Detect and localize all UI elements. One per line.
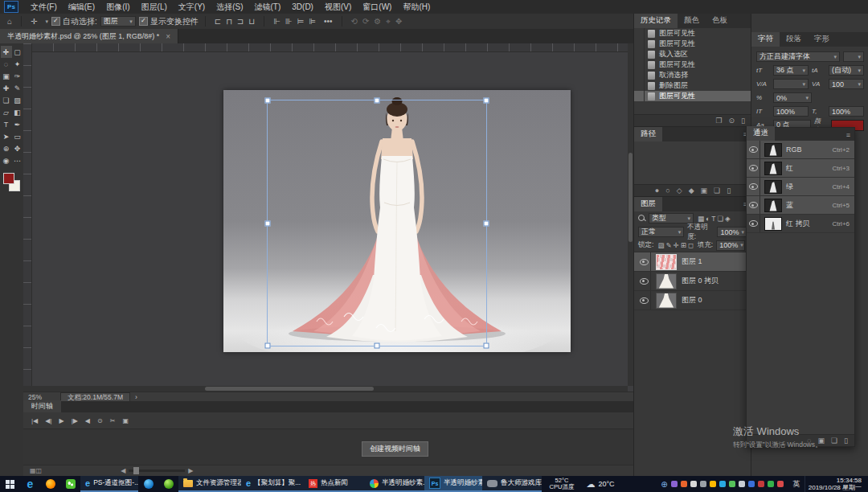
wechat-taskbar-icon[interactable]	[60, 476, 80, 492]
playback-control-icon[interactable]: ▶	[59, 417, 63, 424]
panel-menu-icon[interactable]: ≡	[846, 131, 850, 139]
path-action-icon[interactable]: ●	[655, 187, 659, 195]
layer-name[interactable]: 图层 0	[682, 295, 702, 305]
history-action-icon[interactable]: ❐	[715, 117, 722, 125]
document-tab[interactable]: 半透明婚纱素材.psd @ 25% (图层 1, RGB/8#) * ×	[0, 29, 178, 43]
visibility-toggle[interactable]	[747, 215, 760, 232]
tray-icon[interactable]	[777, 481, 784, 487]
menu-item[interactable]: 图层(L)	[136, 2, 173, 11]
tab-channels[interactable]: 通道	[747, 126, 775, 141]
history-source-well[interactable]	[634, 70, 645, 80]
lock-icon[interactable]: ✎	[665, 241, 672, 249]
healing-brush-tool[interactable]: ✚	[1, 82, 12, 94]
fill-dropdown[interactable]: 100%▾	[716, 240, 745, 251]
edge-taskbar-icon[interactable]: e	[20, 476, 40, 492]
clone-stamp-tool[interactable]: ❏	[1, 94, 12, 106]
layer-thumbnail[interactable]	[656, 254, 677, 270]
visibility-toggle[interactable]	[637, 252, 651, 271]
tray-icon[interactable]	[719, 481, 726, 487]
channel-row[interactable]: 红 Ctrl+3	[747, 159, 854, 178]
history-entry[interactable]: 图层可见性	[634, 28, 751, 39]
history-action-icon[interactable]: ▯	[741, 117, 745, 125]
foreground-color-swatch[interactable]	[3, 173, 14, 184]
timeline-footer-icon[interactable]: ◫	[36, 467, 43, 474]
create-video-timeline-button[interactable]: 创建视频时间轴	[362, 441, 428, 457]
panel-tab[interactable]: 字符	[751, 32, 780, 47]
transform-handle[interactable]	[375, 343, 380, 349]
network-globe-icon[interactable]: ⊕	[661, 480, 667, 489]
history-entry[interactable]: 载入选区	[634, 49, 751, 59]
path-action-icon[interactable]: ▣	[701, 187, 708, 195]
menu-item[interactable]: 帮助(H)	[397, 2, 436, 11]
layer-row[interactable]: 图层 0 拷贝	[634, 272, 751, 291]
vertical-scrollbar[interactable]	[628, 43, 633, 386]
visibility-toggle[interactable]	[747, 159, 760, 177]
history-source-well[interactable]	[634, 28, 645, 39]
horizontal-scrollbar[interactable]	[23, 386, 628, 392]
layer-filter-icon[interactable]: ▦	[697, 215, 705, 223]
playback-control-icon[interactable]: ◀	[85, 417, 90, 424]
path-action-icon[interactable]: ◇	[677, 187, 682, 195]
channel-row[interactable]: RGB Ctrl+2	[747, 141, 854, 159]
clock[interactable]: 15:34:58 2019/10/28 星期一	[805, 476, 868, 492]
menu-item[interactable]: 文字(Y)	[173, 2, 211, 11]
timeline-footer-icon[interactable]: ▦	[30, 467, 36, 474]
history-entry[interactable]: 取消选择	[634, 70, 751, 80]
transform-handle[interactable]	[484, 98, 489, 104]
playback-control-icon[interactable]: |▶	[72, 417, 78, 424]
panel-tab[interactable]: 颜色	[678, 14, 706, 28]
menu-item[interactable]: 文件(F)	[25, 2, 63, 11]
eraser-tool[interactable]: ▱	[1, 106, 12, 118]
scrollbar-thumb[interactable]	[628, 153, 633, 242]
firefox-taskbar-icon[interactable]	[40, 476, 60, 492]
leading-dropdown[interactable]: (自动)▾	[829, 65, 864, 76]
menu-item[interactable]: 图像(I)	[100, 2, 135, 11]
more-options-icon[interactable]: •••	[321, 17, 335, 26]
brush-tool[interactable]: ✎	[12, 82, 23, 94]
history-source-well[interactable]	[634, 91, 645, 101]
show-transform-checkbox[interactable]: ✓ 显示变换控件	[139, 16, 199, 27]
path-action-icon[interactable]: ○	[665, 187, 669, 195]
zoom-tool[interactable]: ◉	[1, 154, 12, 166]
layer-row[interactable]: 图层 0	[634, 291, 751, 310]
playback-control-icon[interactable]: ⊙	[97, 417, 103, 424]
spacing-dropdown[interactable]: 0%▾	[773, 92, 812, 103]
transform-handle[interactable]	[265, 220, 271, 226]
playback-control-icon[interactable]: ▣	[122, 417, 129, 424]
transform-handle[interactable]	[265, 343, 271, 349]
playback-control-icon[interactable]: ✂	[110, 417, 116, 424]
path-action-icon[interactable]: ◆	[689, 187, 694, 195]
edit-toolbar-button[interactable]: ⋯	[12, 154, 23, 166]
path-action-icon[interactable]: ❏	[714, 187, 720, 195]
taskbar-window-juhuasuan[interactable]: e 【聚划算】聚...	[241, 476, 304, 492]
type-tool[interactable]: T	[1, 118, 12, 130]
channel-action-icon[interactable]: ▯	[844, 437, 848, 445]
layer-row[interactable]: 图层 1	[634, 252, 751, 272]
menu-item[interactable]: 选择(S)	[211, 2, 248, 11]
align-icon[interactable]: ⊐	[235, 17, 246, 26]
channel-action-icon[interactable]: ◌	[807, 437, 811, 445]
layer-filter-icon[interactable]: ❏	[716, 215, 724, 223]
auto-select-target-dropdown[interactable]: 图层▾	[100, 16, 136, 27]
transform-bounding-box[interactable]	[267, 100, 487, 346]
lock-icon[interactable]: ◻	[687, 241, 694, 249]
timeline-zoom-slider[interactable]: ◀ ▶	[121, 467, 193, 474]
opacity-dropdown[interactable]: 100%▾	[717, 227, 747, 237]
blend-mode-dropdown[interactable]: 正常▾	[638, 227, 684, 237]
align-icon[interactable]: ⊏	[212, 17, 223, 26]
panel-tab[interactable]: 历史记录	[634, 14, 678, 28]
panel-tab[interactable]: 色板	[706, 14, 734, 28]
distribute-icon[interactable]: ⊨	[295, 17, 307, 26]
kerning-dropdown[interactable]: ▾	[773, 79, 809, 89]
channel-action-icon[interactable]: ▣	[817, 437, 825, 445]
gradient-tool[interactable]: ◧	[12, 106, 23, 118]
security-green-taskbar-icon[interactable]	[158, 476, 178, 492]
weather-widget[interactable]: ☁ 20°C	[582, 476, 619, 492]
tray-icon[interactable]	[671, 481, 678, 487]
panel-tab[interactable]: 段落	[780, 32, 808, 47]
tray-icon[interactable]	[739, 481, 745, 487]
vertical-scale-field[interactable]: 100%	[773, 106, 809, 117]
tracking-dropdown[interactable]: 100▾	[829, 79, 864, 89]
horizontal-scale-field[interactable]: 100%	[829, 106, 864, 117]
shape-tool[interactable]: ▭	[12, 130, 23, 142]
